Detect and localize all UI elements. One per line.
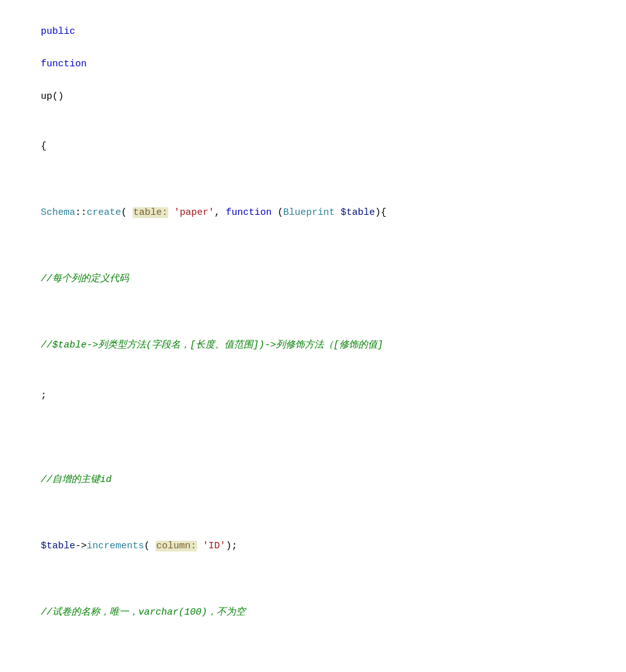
param-column-label-1: column: bbox=[156, 541, 197, 551]
keyword-public: public bbox=[41, 26, 75, 37]
semicolon-1: ; bbox=[41, 390, 47, 401]
code-container: public function up() { Schema::create( t… bbox=[0, 0, 626, 672]
schema-class: Schema bbox=[41, 207, 75, 218]
table-var: $table bbox=[340, 207, 375, 218]
open-brace: { bbox=[41, 141, 47, 152]
increments-method: increments bbox=[87, 541, 144, 551]
code-line-5: //$table->列类型方法(字段名，[长度、值范围])->列修饰方法（[修饰… bbox=[0, 304, 626, 370]
code-line-8: //自增的主键id bbox=[0, 439, 626, 505]
comment-2: //$table->列类型方法(字段名，[长度、值范围])->列修饰方法（[修饰… bbox=[41, 340, 383, 351]
comment-3: //自增的主键id bbox=[41, 474, 112, 485]
space bbox=[41, 75, 47, 85]
code-line-blank1 bbox=[0, 421, 626, 439]
comment-1: //每个列的定义代码 bbox=[41, 274, 129, 284]
code-line-6: ; bbox=[0, 370, 626, 421]
code-line-9: $table->increments( column: 'ID'); bbox=[0, 505, 626, 571]
comment-4: //试卷的名称，唯一，varchar(100)，不为空 bbox=[41, 607, 245, 618]
blueprint-class: Blueprint bbox=[283, 207, 335, 218]
create-method: create bbox=[87, 207, 121, 218]
keyword-function: function bbox=[41, 59, 87, 69]
function-name: up bbox=[41, 91, 52, 102]
code-line-11: $table->string( column: 'Paper_name', le… bbox=[0, 638, 626, 673]
code-line-10: //试卷的名称，唯一，varchar(100)，不为空 bbox=[0, 571, 626, 638]
table-var-2: $table bbox=[41, 541, 75, 551]
code-line-3: Schema::create( table: 'paper', function… bbox=[0, 172, 626, 238]
space bbox=[41, 42, 47, 53]
paren: () bbox=[52, 91, 64, 102]
code-line-1: public function up() bbox=[0, 6, 626, 122]
param-table-label: table: bbox=[133, 207, 168, 218]
code-line-2: { bbox=[0, 122, 626, 172]
keyword-function-2: function bbox=[226, 207, 272, 218]
string-id: 'ID' bbox=[203, 541, 226, 551]
code-line-4: //每个列的定义代码 bbox=[0, 238, 626, 304]
string-paper: 'paper' bbox=[174, 207, 214, 218]
